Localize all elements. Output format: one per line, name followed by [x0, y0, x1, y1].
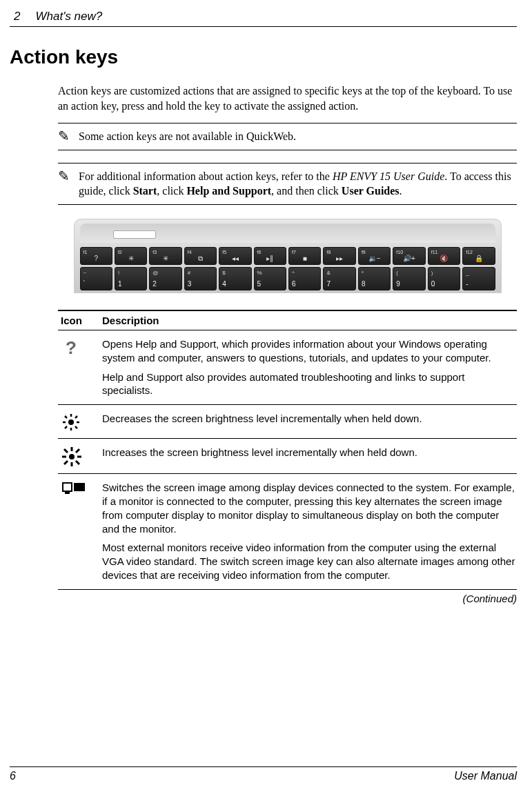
- page-title: Action keys: [10, 46, 517, 68]
- function-key: f2✳: [115, 247, 147, 265]
- number-key: @2: [149, 267, 181, 290]
- number-key: )0: [428, 267, 460, 290]
- note-block-1: ✎ Some action keys are not available in …: [58, 123, 517, 150]
- table-cell-description: Decreases the screen brightness level in…: [102, 412, 517, 431]
- header-section-title: What's new?: [35, 10, 102, 23]
- table-row: Switches the screen image among display …: [58, 474, 517, 590]
- footer-page-number: 6: [10, 770, 16, 782]
- intro-paragraph: Action keys are customized actions that …: [58, 83, 517, 113]
- function-key: f3✳: [149, 247, 181, 265]
- svg-line-8: [75, 416, 77, 418]
- table-cell-description: Switches the screen image among display …: [102, 481, 517, 582]
- svg-line-18: [64, 461, 68, 464]
- page-header: 2 What's new?: [10, 10, 517, 27]
- continued-label: (Continued): [58, 593, 517, 604]
- svg-line-9: [65, 426, 67, 428]
- table-cell-description: Opens Help and Support, which provides i…: [102, 337, 517, 397]
- svg-text:?: ?: [66, 339, 77, 357]
- number-key: !1: [115, 267, 147, 290]
- number-key: (9: [393, 267, 425, 290]
- function-key: f9🔉−: [358, 247, 391, 265]
- table-row: Decreases the screen brightness level in…: [58, 405, 517, 439]
- header-page-number: 2: [14, 10, 20, 23]
- function-key: f1?: [80, 247, 112, 265]
- svg-line-15: [64, 449, 68, 453]
- svg-line-17: [76, 449, 79, 453]
- footer-doc-title: User Manual: [454, 770, 517, 782]
- pencil-note-icon: ✎: [58, 128, 70, 144]
- svg-rect-19: [63, 483, 72, 491]
- brightness-down-icon: [58, 412, 102, 431]
- function-key: f4⧉: [184, 247, 217, 265]
- svg-rect-20: [74, 483, 85, 491]
- table-row: Increases the screen brightness level in…: [58, 439, 517, 474]
- function-key: f11🔇: [428, 247, 460, 265]
- svg-point-1: [68, 419, 74, 425]
- pencil-note-icon: ✎: [58, 168, 70, 184]
- table-header-icon: Icon: [58, 315, 102, 326]
- table-row: ? Opens Help and Support, which provides…: [58, 330, 517, 405]
- svg-line-7: [75, 426, 77, 428]
- number-key: ~`: [80, 267, 112, 290]
- table-header-description: Description: [102, 315, 517, 326]
- brightness-up-icon: [58, 446, 102, 466]
- svg-point-10: [69, 454, 75, 459]
- number-key: ^6: [288, 267, 321, 290]
- table-cell-description: Increases the screen brightness level in…: [102, 446, 517, 466]
- number-key: #3: [184, 267, 217, 290]
- function-key: f8▸▸: [323, 247, 355, 265]
- function-key: f5◂◂: [219, 247, 251, 265]
- function-key: f7■: [288, 247, 321, 265]
- table-header-row: Icon Description: [58, 310, 517, 330]
- number-key: _-: [462, 267, 495, 290]
- function-key: f10🔊+: [393, 247, 425, 265]
- note-text-2: For additional information about action …: [79, 169, 517, 199]
- action-keys-table: Icon Description ? Opens Help and Suppor…: [58, 310, 517, 604]
- svg-line-16: [76, 461, 79, 464]
- note-text-1: Some action keys are not available in Qu…: [79, 129, 517, 144]
- svg-line-6: [65, 416, 67, 418]
- number-key: $4: [219, 267, 251, 290]
- switch-display-icon: [58, 481, 102, 582]
- help-icon: ?: [58, 337, 102, 397]
- function-key: f12🔒: [462, 247, 495, 265]
- function-key: f6▸‖: [254, 247, 286, 265]
- keyboard-illustration: f1?f2✳f3✳f4⧉f5◂◂f6▸‖f7■f8▸▸f9🔉−f10🔊+f11🔇…: [58, 219, 517, 293]
- number-key: %5: [254, 267, 286, 290]
- svg-rect-21: [65, 492, 70, 494]
- note-block-2: ✎ For additional information about actio…: [58, 163, 517, 205]
- number-key: &7: [323, 267, 355, 290]
- number-key: *8: [358, 267, 391, 290]
- page-footer: 6 User Manual: [10, 766, 517, 782]
